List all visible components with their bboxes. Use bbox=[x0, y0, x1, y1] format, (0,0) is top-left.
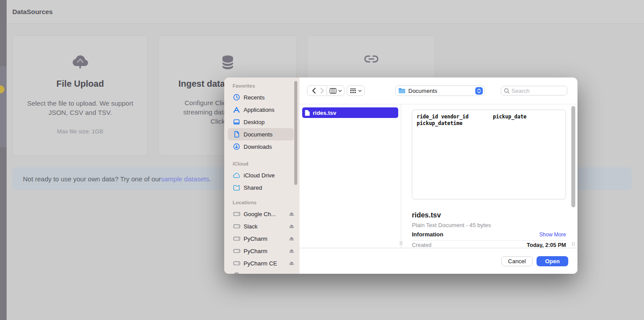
sidebar-item-network[interactable]: Network bbox=[228, 269, 294, 274]
max-file-size-note: Max file size: 1GB bbox=[13, 128, 148, 135]
sidebar-item-label: iCloud Drive bbox=[244, 172, 275, 179]
sidebar-section-icloud: iCloud bbox=[224, 161, 300, 169]
eject-icon[interactable] bbox=[289, 237, 294, 241]
current-folder-label: Documents bbox=[408, 88, 473, 94]
sidebar-item-label: PyCharm bbox=[244, 248, 267, 254]
file-row-rides-tsv[interactable]: rides.tsv bbox=[302, 107, 398, 118]
eject-icon[interactable] bbox=[289, 212, 294, 216]
cloud-upload-icon bbox=[71, 55, 89, 72]
globe-icon bbox=[233, 272, 241, 274]
sidebar-item-label: Applications bbox=[244, 107, 274, 113]
chevron-down-icon bbox=[338, 90, 342, 92]
clock-icon bbox=[233, 94, 241, 101]
sidebar-item-label: Shared bbox=[244, 184, 262, 191]
file-browser: rides.tsv ride_id vendor_id pickup_datep… bbox=[300, 104, 577, 248]
sidebar-item-pycharm-ce[interactable]: PyCharm CE bbox=[228, 257, 294, 269]
cancel-button[interactable]: Cancel bbox=[501, 256, 533, 266]
open-file-dialog: Favorites Recents Applications Desktop bbox=[224, 77, 577, 274]
sidebar-item-label: Desktop bbox=[244, 119, 265, 125]
file-content-preview: ride_id vendor_id pickup_datepickup_date… bbox=[412, 110, 566, 199]
information-row: Information Show More bbox=[412, 231, 566, 238]
banner-text-suffix: . bbox=[209, 175, 211, 183]
sidebar-item-pycharm-2[interactable]: PyCharm bbox=[228, 245, 294, 257]
sidebar-item-label: Google Ch... bbox=[244, 211, 276, 217]
sidebar-item-slack[interactable]: Slack bbox=[228, 220, 294, 232]
popup-stepper-icon bbox=[475, 87, 483, 95]
created-row: Created Today, 2:05 PM bbox=[412, 242, 566, 248]
disk-icon bbox=[233, 210, 241, 217]
card-description-partial-3: Click bbox=[211, 118, 225, 125]
sidebar-item-label: Network bbox=[244, 272, 265, 274]
folder-icon bbox=[398, 88, 406, 94]
sidebar-item-desktop[interactable]: Desktop bbox=[228, 116, 294, 128]
column-view-button[interactable] bbox=[326, 85, 344, 96]
file-list-column[interactable]: rides.tsv bbox=[300, 104, 401, 248]
file-document-icon bbox=[304, 110, 310, 116]
sidebar-item-icloud-drive[interactable]: iCloud Drive bbox=[228, 169, 294, 181]
nav-buttons bbox=[307, 85, 329, 96]
column-resize-handle[interactable] bbox=[400, 241, 402, 245]
sidebar-item-downloads[interactable]: Downloads bbox=[228, 140, 294, 153]
preview-line-1: ride_id vendor_id pickup_date bbox=[417, 114, 561, 120]
sidebar-item-google-chrome[interactable]: Google Ch... bbox=[228, 208, 294, 220]
disk-icon bbox=[233, 247, 241, 254]
search-field[interactable] bbox=[501, 86, 567, 96]
open-button[interactable]: Open bbox=[537, 256, 568, 266]
sample-datasets-link[interactable]: sample datasets bbox=[161, 175, 209, 183]
sidebar-scrollbar[interactable] bbox=[294, 81, 297, 185]
sidebar-item-documents[interactable]: Documents bbox=[228, 128, 294, 140]
sidebar-item-pycharm-1[interactable]: PyCharm bbox=[228, 232, 294, 245]
disk-icon bbox=[233, 260, 241, 267]
desktop-icon bbox=[233, 118, 241, 125]
sidebar-item-applications[interactable]: Applications bbox=[228, 103, 294, 116]
disk-icon bbox=[233, 235, 241, 242]
column-resize-handle[interactable] bbox=[572, 242, 574, 246]
created-value: Today, 2:05 PM bbox=[527, 242, 566, 248]
preview-file-name: rides.tsv bbox=[412, 211, 441, 219]
sidebar-section-favorites: Favorites bbox=[224, 83, 300, 91]
preview-file-kind: Plain Text Document - 45 bytes bbox=[412, 222, 491, 228]
eject-icon[interactable] bbox=[289, 249, 294, 253]
forward-button[interactable] bbox=[320, 88, 324, 94]
search-input[interactable] bbox=[511, 88, 564, 94]
group-view-button[interactable] bbox=[347, 85, 365, 96]
dialog-toolbar: Documents bbox=[300, 77, 577, 104]
file-name: rides.tsv bbox=[313, 110, 336, 116]
eject-icon[interactable] bbox=[289, 224, 294, 228]
preview-column: ride_id vendor_id pickup_datepickup_date… bbox=[402, 104, 577, 248]
download-circle-icon bbox=[233, 143, 241, 150]
card-title: File Upload bbox=[13, 79, 148, 89]
sidebar-item-label: PyCharm bbox=[244, 235, 267, 242]
preview-scrollbar[interactable] bbox=[571, 106, 575, 207]
page-title: DataSources bbox=[12, 8, 53, 15]
dialog-sidebar: Favorites Recents Applications Desktop bbox=[224, 77, 300, 274]
sidebar-item-shared[interactable]: Shared bbox=[228, 181, 294, 194]
sidebar-item-label: Recents bbox=[244, 94, 265, 101]
created-label: Created bbox=[412, 242, 431, 248]
sidebar-section-locations: Locations bbox=[224, 200, 300, 208]
dialog-footer: Cancel Open bbox=[300, 248, 577, 274]
show-more-link[interactable]: Show More bbox=[539, 232, 566, 238]
banner-text: Not ready to use your own data? Try one … bbox=[23, 175, 161, 183]
eject-icon[interactable] bbox=[289, 261, 294, 265]
location-popup-button[interactable]: Documents bbox=[395, 85, 485, 96]
page-header: DataSources bbox=[7, 0, 644, 24]
shared-folder-icon bbox=[233, 184, 241, 191]
back-button[interactable] bbox=[312, 88, 316, 94]
link-icon bbox=[363, 55, 379, 65]
preview-line-2: pickup_datetime bbox=[417, 120, 561, 127]
sidebar-item-label: Documents bbox=[244, 131, 273, 138]
chevron-down-icon bbox=[358, 90, 362, 92]
file-upload-card[interactable]: File Upload Select the file to upload. W… bbox=[12, 35, 148, 155]
grid-view-icon bbox=[350, 88, 356, 94]
columns-view-icon bbox=[329, 88, 337, 94]
card-description-partial-1: Configure Clic bbox=[185, 99, 226, 107]
card-description-partial-2: streaming data bbox=[183, 108, 227, 116]
sidebar-item-label: Downloads bbox=[244, 143, 272, 150]
database-icon bbox=[221, 55, 234, 72]
sidebar-item-recents[interactable]: Recents bbox=[228, 91, 294, 103]
appstore-icon bbox=[233, 106, 241, 113]
sidebar-item-label: PyCharm CE bbox=[244, 260, 277, 267]
nav-strip-highlight bbox=[0, 66, 7, 147]
card-description-text: Select the file to upload. We support JS… bbox=[25, 99, 135, 117]
